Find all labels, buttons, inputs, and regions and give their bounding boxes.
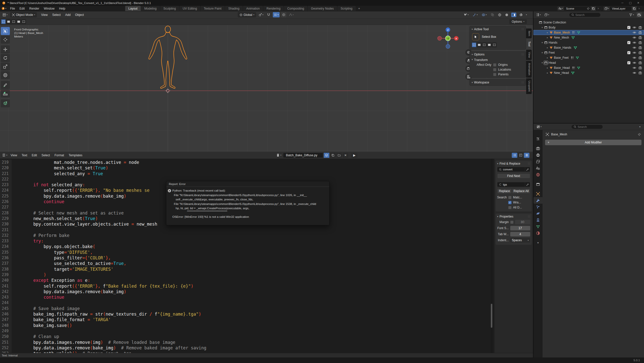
falloff-dropdown[interactable]: ▾ [288,12,295,17]
properties-tab-material[interactable] [533,230,543,236]
disable-render-icon[interactable] [638,66,642,70]
tab-modeling[interactable]: Modeling [141,6,160,11]
property-value-font-s[interactable]: 17 [510,226,530,230]
outliner-row-scene-collection[interactable]: Scene Collection [533,20,644,25]
replace-input[interactable] [503,183,521,186]
disable-render-icon[interactable] [638,41,642,44]
hide-viewport-icon[interactable] [633,56,636,59]
expander-icon[interactable]: ▸ [546,56,549,59]
gizmos-toggle[interactable]: ▾ [472,12,479,17]
code-line[interactable]: 232 # Perform bake [0,233,491,238]
expander-icon[interactable]: ▸ [546,72,549,74]
mode-selector[interactable]: Object Mode ▾ [10,12,37,17]
xray-toggle[interactable] [490,12,495,17]
gizmo-minus-y-axis[interactable] [445,36,450,41]
code-line[interactable]: 248 bake_img.save() [0,323,491,328]
properties-tab-object-data[interactable] [533,223,543,230]
proportional-editing-toggle[interactable] [281,12,286,17]
viewport-menu-object[interactable]: Object [73,13,86,17]
add-cube-tool-button[interactable] [1,99,10,107]
code-line[interactable]: 246 bake_img.filepath_raw = str(new_text… [0,311,491,317]
properties-options-button[interactable]: ▾ [638,124,641,129]
filter-button[interactable]: ▾ [628,12,635,17]
code-line[interactable]: 220 mesh.select_set(True) [0,165,491,171]
disable-render-icon[interactable] [638,61,642,65]
view-layer-name[interactable]: ViewLayer [610,7,632,10]
add-workspace-button[interactable]: + [356,6,362,11]
properties-tabs-overflow[interactable]: ▾ [533,239,543,246]
tab-compositing[interactable]: Compositing [284,6,308,11]
outliner-search-input[interactable] [575,13,596,16]
shading-solid-button[interactable] [504,13,509,17]
expander-icon[interactable]: ▸ [546,31,549,34]
outliner-row-base-mesh[interactable]: ▸Base_Mesh [533,30,644,35]
panel-grip-icon[interactable]: ∷ [522,81,524,84]
disable-render-icon[interactable] [638,71,642,75]
outliner-item-label[interactable]: Scene Collection [543,21,566,24]
outliner-row-head[interactable]: ▾Head✓ [533,60,644,65]
tab-animation[interactable]: Animation [243,6,263,11]
script-name-field[interactable]: Batch_Bake_Diffuse.py [283,153,323,158]
expander-icon[interactable]: ▾ [540,51,544,54]
tab-uv-editing[interactable]: UV Editing [179,6,201,11]
hide-viewport-icon[interactable] [633,31,636,34]
tab-geometry-nodes[interactable]: Geometry Nodes [308,6,337,11]
shading-material-button[interactable] [511,13,516,17]
line-numbers-toggle[interactable] [512,153,517,158]
code-line[interactable]: 242 bpy.data.images.remove(bake_img) [0,289,491,294]
viewport-menu-select[interactable]: Select [50,13,63,17]
menu-render[interactable]: Render [27,7,41,10]
property-value-margin[interactable]: 80 [515,220,530,224]
transform-subpanel-header[interactable]: ▾ Transform [472,58,524,62]
run-script-button[interactable]: ▶ [351,153,358,158]
gizmo-minus-x-axis[interactable] [438,36,442,40]
properties-tab-constraints[interactable] [533,217,543,223]
properties-tab-world[interactable] [533,171,543,178]
code-line[interactable]: 247 bake_img.file_format = 'TARGA' [0,317,491,322]
eyedropper-icon[interactable] [525,182,530,187]
code-line[interactable]: 236 pass_filter={'COLOR'}, [0,255,491,261]
select-mode-subtract[interactable] [11,19,16,24]
tool-mode-subtract[interactable] [482,42,487,47]
hide-viewport-icon[interactable] [633,26,636,29]
text-menu-select[interactable]: Select [39,154,52,157]
minimize-button[interactable]: ─ [622,1,624,5]
code-line[interactable]: 219 mat.node_tree.nodes.active = node [0,160,491,165]
properties-tab-view-layer[interactable] [533,158,543,165]
text-menu-templates[interactable]: Templates [66,154,85,157]
tab-sculpting[interactable]: Sculpting [160,6,179,11]
outliner-row-new-mesh[interactable]: ▸New_Mesh [533,35,644,40]
tool-mode-set[interactable] [472,42,476,47]
disable-render-icon[interactable] [638,56,642,59]
word-wrap-toggle[interactable] [518,153,523,158]
code-line[interactable]: 221 selected_any = True [0,171,491,176]
outliner-row-hands[interactable]: ▾Hands✓ [533,40,644,45]
properties-tab-render[interactable] [533,145,543,152]
close-button[interactable]: ✕ [637,1,639,5]
outliner-editor-type-button[interactable]: ▾ [535,12,542,17]
properties-tab-output[interactable] [533,152,543,158]
measure-tool-button[interactable] [1,89,10,98]
code-line[interactable]: 238 target='IMAGE_TEXTURES' [0,266,491,272]
outliner-item-label[interactable]: Base_Head [554,66,570,70]
text-menu-text[interactable]: Text [19,154,30,157]
panel-grip-icon[interactable]: ∷ [522,53,524,56]
tab-shading[interactable]: Shading [225,6,243,11]
checkbox-locations[interactable] [493,68,496,71]
pivot-point-button[interactable]: ▾ [258,12,264,17]
find-next-button[interactable]: Find Next [497,173,530,178]
outliner-item-label[interactable]: Hands [549,41,557,44]
checkbox-origins[interactable] [493,63,496,67]
disable-render-icon[interactable] [638,36,642,39]
hide-viewport-icon[interactable] [633,66,636,70]
expander-icon[interactable]: ▾ [540,26,544,29]
add-modifier-button[interactable]: + Add Modifier [545,140,641,145]
sidebar-tab-ucupaint[interactable]: Ucupaint [526,78,532,94]
report-error-popup[interactable]: Report: Error ✕ Python: Traceback (most … [166,181,330,225]
blender-menu-button[interactable]: ▾ [0,6,8,11]
disable-render-icon[interactable] [638,31,642,34]
code-line[interactable]: 241 self.report({'ERROR'}, f"Bake failed… [0,283,491,289]
replace-button[interactable]: Replace [497,189,512,194]
options-panel-header[interactable]: ▾ Options ∷ [472,53,524,56]
options-dropdown[interactable]: Options ▾ [509,19,527,24]
